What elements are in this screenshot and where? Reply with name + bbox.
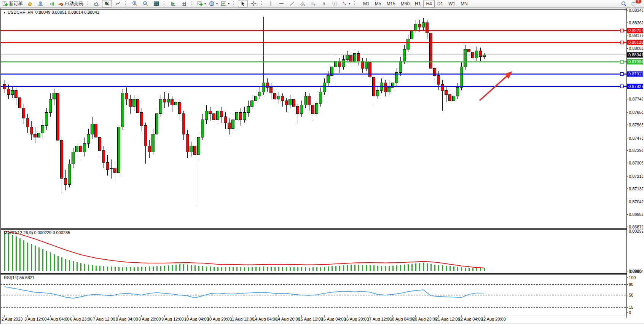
rsi-tick-label: 100 [629,275,636,280]
timeframe-W1[interactable]: W1 [446,0,458,8]
candle [87,134,90,143]
notifications-button[interactable]: 1 [630,0,639,8]
tile-windows-button[interactable] [151,0,161,8]
timeframe-H4[interactable]: H4 [423,0,434,8]
candle [300,105,303,114]
candle [483,55,486,56]
time-tick-label: 9 Aug 12:00 [161,317,184,321]
symbol-period-label: USDCHF-,H4 [8,10,33,14]
candle [80,146,82,152]
signals-button[interactable] [46,0,56,8]
price-tick-label: 0.88175 [629,33,643,38]
candle [148,146,151,152]
timeframe-D1[interactable]: D1 [435,0,446,8]
crosshair-button[interactable] [249,0,258,8]
chart-shift-button[interactable] [179,0,189,8]
candle [95,124,97,137]
periods-button[interactable]: ▾ [208,0,219,8]
price-lines [1,29,626,88]
time-tick-label: 6 Aug 23:00 [70,317,92,321]
horizontal-line-icon [279,1,284,6]
candle [102,150,105,162]
candle [270,88,273,93]
svg-text:T: T [333,2,335,5]
bar-chart-button[interactable] [91,0,101,8]
candle [342,59,345,67]
chart-window: 0.883450.882600.881750.880850.877400.876… [0,8,644,324]
price-tick-label: 0.88260 [629,21,643,25]
line-chart-button[interactable] [113,0,123,8]
zoom-out-button[interactable] [140,0,150,8]
templates-button[interactable]: ▾ [220,0,231,8]
candle [304,96,307,105]
zoom-in-button[interactable] [130,0,140,8]
indicators-dropdown-arrow[interactable]: ▾ [204,2,206,5]
candle [15,90,18,97]
trendline-button[interactable] [287,0,297,8]
time-tick-label: 14 Aug 20:00 [276,317,300,321]
fibonacci-icon: F [310,1,316,6]
search-icon [621,1,627,7]
candle [365,62,368,68]
timeframe-H1[interactable]: H1 [412,0,423,8]
price-tick-label: 0.87390 [629,148,643,153]
chart-profile-button[interactable] [25,0,35,8]
vertical-line-button[interactable] [266,0,276,8]
price-chart-canvas[interactable]: 0.883450.882600.881750.880850.877400.876… [1,8,643,323]
arrows-dropdown-arrow[interactable]: ▾ [349,2,350,5]
price-tick-label: 0.88345 [629,8,643,13]
candlestick-chart-button[interactable] [102,0,112,8]
equidistant-channel-button[interactable]: E [298,0,308,8]
fibonacci-button[interactable]: F [308,0,318,8]
algo-trading-button[interactable]: 自动交易 [57,0,84,8]
time-tick-label: 10 Aug 04:00 [184,317,209,321]
candle [83,143,86,152]
candle [255,96,257,101]
candle [449,95,451,101]
chart-profile-icon [27,1,33,6]
price-tick-label: 0.87130 [629,187,643,191]
templates-dropdown-arrow[interactable]: ▾ [228,2,230,5]
candle [456,88,459,96]
timeframe-M30[interactable]: M30 [398,0,412,8]
candle [118,127,120,173]
candle [198,137,200,155]
auto-scroll-button[interactable] [168,0,178,8]
candle [479,51,482,56]
price-label-text: 0.87827 [628,84,643,89]
community-button[interactable] [35,0,45,8]
candle [281,96,284,101]
collapse-triangle-icon[interactable]: ▼ [3,11,6,14]
candle [399,61,402,73]
cursor-button[interactable] [238,0,248,8]
indicators-button[interactable]: ▾ [196,0,207,8]
arrows-tool-button[interactable]: ▾ [340,0,351,8]
candle [228,123,231,128]
candle [327,76,330,83]
periods-dropdown-arrow[interactable]: ▾ [216,2,218,5]
text-button[interactable]: A [319,0,329,8]
timeframe-M5[interactable]: M5 [372,0,384,8]
auto-scroll-icon [171,1,176,6]
time-axis: 2 Aug 20233 Aug 12:004 Aug 04:006 Aug 23… [2,315,506,321]
search-button[interactable] [619,0,629,8]
timeframe-MN[interactable]: MN [458,0,470,8]
candle [434,68,436,75]
candle [224,117,227,123]
line-handle-marker [620,29,623,32]
candle [38,133,40,137]
candle [376,90,379,96]
timeframe-M1[interactable]: M1 [360,0,372,8]
svg-text:A: A [322,1,326,6]
new-order-button[interactable]: 新订单 [1,0,24,8]
candle [407,39,410,49]
text-label-button[interactable]: T [330,0,340,8]
candle [144,126,147,146]
text-label-icon: T [332,1,338,6]
timeframe-M15[interactable]: M15 [384,0,398,8]
price-tick-label: 0.87565 [629,123,643,127]
horizontal-line-button[interactable] [276,0,286,8]
time-tick-label: 15 Aug 12:00 [298,317,323,321]
candle [129,99,132,106]
timeframe-group: M1M5M15M30H1H4D1W1MN [360,0,470,8]
